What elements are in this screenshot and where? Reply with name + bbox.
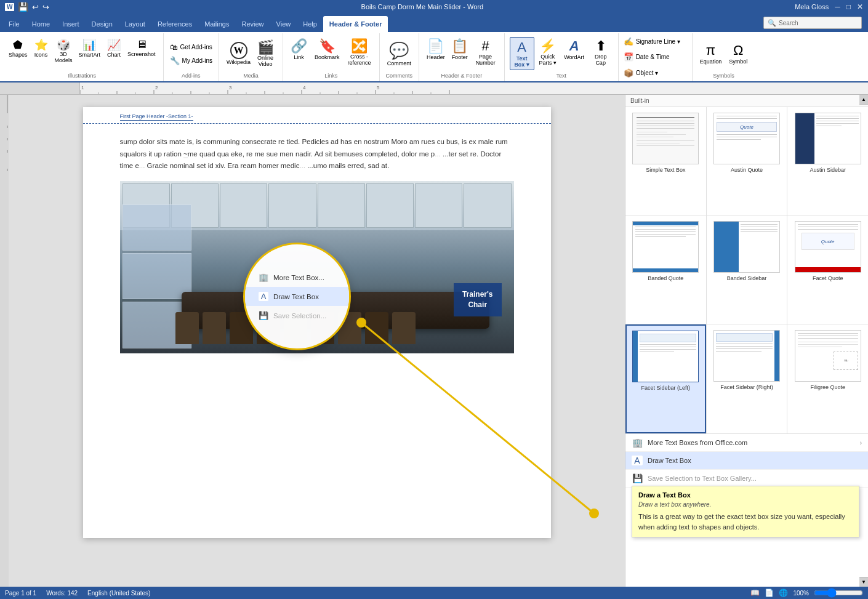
btn-object[interactable]: 📦 Object ▾ xyxy=(622,67,688,79)
btn-smartart[interactable]: 📊 SmartArt xyxy=(76,37,103,59)
btn-header[interactable]: 📄 Header xyxy=(424,37,448,62)
btn-text-box[interactable]: A TextBox ▾ xyxy=(510,37,534,70)
btn-wikipedia[interactable]: W Wikipedia xyxy=(224,41,253,66)
footer-item-more-text-boxes[interactable]: 🏢 More Text Boxes from Office.com › xyxy=(625,434,868,452)
tab-header-footer[interactable]: Header & Footer xyxy=(323,16,388,32)
dropdown-item-more-text[interactable]: 🏢 More Text Box... xyxy=(245,268,349,287)
panel-item-banded-quote[interactable]: Banded Quote xyxy=(625,215,706,323)
label-filigree-quote: Filigree Quote xyxy=(810,384,845,390)
quick-access-undo[interactable]: ↩ xyxy=(32,2,39,12)
panel-item-austin-sidebar[interactable]: Austin Sidebar xyxy=(787,107,868,215)
btn-screenshot[interactable]: 🖥 Screenshot xyxy=(125,37,158,58)
btn-online-video[interactable]: 🎬 OnlineVideo xyxy=(253,38,278,69)
draw-text-box-icon: A xyxy=(632,456,643,465)
svg-text:2: 2 xyxy=(155,85,158,90)
ruler-sidebar-space xyxy=(0,82,80,94)
panel-scroll-up[interactable]: ▲ xyxy=(859,95,868,105)
search-container: 🔍 Search xyxy=(763,17,862,29)
paragraph-text: sump dolor sits mate is, is communing co… xyxy=(120,136,514,172)
btn-cross-reference[interactable]: 🔀 Cross -reference xyxy=(345,37,374,68)
status-words: Words: 142 xyxy=(46,590,78,597)
tab-view[interactable]: View xyxy=(270,16,297,32)
status-language: English (United States) xyxy=(87,590,150,597)
btn-signature-line[interactable]: ✍ Signature Line ▾ xyxy=(622,36,688,47)
btn-get-addins[interactable]: 🛍 Get Add-ins xyxy=(169,41,214,53)
panel-item-facet-sidebar-left[interactable]: Facet Sidebar (Left) xyxy=(625,324,706,433)
btn-page-number[interactable]: # PageNumber xyxy=(472,37,499,68)
btn-link[interactable]: 🔗 Link xyxy=(288,37,310,62)
svg-text:4: 4 xyxy=(303,85,306,90)
panel-item-filigree-quote[interactable]: ❧ Filigree Quote xyxy=(787,324,868,433)
page-header-region: First Page Header -Section 1- xyxy=(83,107,551,124)
btn-chart[interactable]: 📈 Chart xyxy=(104,37,124,59)
btn-drop-cap[interactable]: ⬆ DropCap xyxy=(589,37,613,68)
footer-item-draw-text-box[interactable]: A Draw Text Box xyxy=(625,452,868,470)
btn-quick-parts[interactable]: ⚡ QuickParts ▾ xyxy=(536,37,560,68)
quick-access-save[interactable]: 💾 xyxy=(18,2,28,12)
btn-footer[interactable]: 📋 Footer xyxy=(449,37,471,62)
btn-date-time[interactable]: 📅 Date & Time xyxy=(622,51,688,63)
more-text-icon: 🏢 xyxy=(259,273,268,282)
zoom-slider[interactable] xyxy=(814,590,863,596)
more-text-boxes-label: More Text Boxes from Office.com xyxy=(648,439,747,446)
label-facet-quote: Facet Quote xyxy=(813,275,843,281)
tab-home[interactable]: Home xyxy=(26,16,56,32)
maximize-btn[interactable]: □ xyxy=(846,2,851,11)
tab-design[interactable]: Design xyxy=(86,16,119,32)
panel-item-simple-text-box[interactable]: Simple Text Box xyxy=(625,107,706,215)
btn-equation[interactable]: π Equation xyxy=(697,41,725,66)
view-btn-print[interactable]: 📄 xyxy=(765,589,774,597)
panel-item-austin-quote[interactable]: Quote Austin Quote xyxy=(707,107,787,215)
draw-text-icon-circle: A xyxy=(259,292,268,301)
panel-item-facet-sidebar-right[interactable]: Facet Sidebar (Right) xyxy=(707,324,787,433)
group-symbols-label: Symbols xyxy=(712,71,736,80)
btn-shapes[interactable]: ⬟ Shapes xyxy=(6,37,30,59)
quick-access-redo[interactable]: ↪ xyxy=(42,2,49,12)
save-selection-label: Save Selection to Text Box Gallery... xyxy=(648,475,757,482)
tab-help[interactable]: Help xyxy=(297,16,323,32)
btn-my-addins[interactable]: 🔧 My Add-ins xyxy=(169,55,214,66)
tab-mailings[interactable]: Mailings xyxy=(198,16,235,32)
panel-item-banded-sidebar[interactable]: Banded Sidebar xyxy=(707,215,787,323)
svg-rect-0 xyxy=(80,82,868,94)
save-selection-icon: 💾 xyxy=(632,473,643,483)
btn-bookmark[interactable]: 🔖 Bookmark xyxy=(312,37,342,62)
ribbon-tabs: File Home Insert Design Layout Reference… xyxy=(0,14,868,32)
tab-references[interactable]: References xyxy=(151,16,198,32)
panel-section-label: Built-in xyxy=(625,95,868,107)
tab-file[interactable]: File xyxy=(2,16,26,32)
group-text: A TextBox ▾ ⚡ QuickParts ▾ A WordArt ⬆ D… xyxy=(505,33,619,81)
svg-text:3: 3 xyxy=(229,85,232,90)
group-addins-label: Add-ins xyxy=(180,71,202,80)
btn-3dmodels[interactable]: 🎲 3DModels xyxy=(52,37,75,65)
tab-insert[interactable]: Insert xyxy=(56,16,86,32)
save-label-circle: Save Selection... xyxy=(273,312,326,320)
dropdown-circle-overlay: 🏢 More Text Box... A Draw Text Box 💾 Sav… xyxy=(243,243,351,350)
search-label[interactable]: Search xyxy=(779,20,798,26)
dropdown-item-draw-text[interactable]: A Draw Text Box xyxy=(245,287,349,306)
label-austin-quote: Austin Quote xyxy=(731,167,763,173)
btn-wordart[interactable]: A WordArt xyxy=(561,37,587,62)
footer-item-save-selection[interactable]: 💾 Save Selection to Text Box Gallery... xyxy=(625,470,868,488)
tooltip-title: Draw a Text Box xyxy=(638,491,853,499)
btn-icons[interactable]: ⭐ Icons xyxy=(31,37,51,59)
view-btn-read[interactable]: 📖 xyxy=(750,589,760,597)
more-text-label: More Text Box... xyxy=(273,274,324,281)
tab-layout[interactable]: Layout xyxy=(119,16,151,32)
btn-comment[interactable]: 💬 Comment xyxy=(385,40,414,68)
tooltip-subtitle: Draw a text box anywhere. xyxy=(638,501,853,508)
view-btn-web[interactable]: 🌐 xyxy=(779,589,788,597)
group-header-footer-label: Header & Footer xyxy=(440,71,484,80)
zoom-level: 100% xyxy=(793,590,809,597)
close-btn[interactable]: ✕ xyxy=(857,2,863,11)
thumb-austin-quote: Quote xyxy=(713,113,780,164)
btn-symbol[interactable]: Ω Symbol xyxy=(726,41,750,66)
svg-text:1: 1 xyxy=(81,85,84,90)
user-name: Mela Gloss xyxy=(795,3,829,10)
group-illustrations: ⬟ Shapes ⭐ Icons 🎲 3DModels 📊 SmartArt 📈 xyxy=(1,33,164,81)
tab-review[interactable]: Review xyxy=(236,16,270,32)
panel-item-facet-quote[interactable]: Quote Facet Quote xyxy=(787,215,868,323)
minimize-btn[interactable]: ─ xyxy=(835,2,840,11)
status-bar: Page 1 of 1 Words: 142 English (United S… xyxy=(0,587,868,599)
panel-scroll-down[interactable]: ▼ xyxy=(859,577,868,587)
